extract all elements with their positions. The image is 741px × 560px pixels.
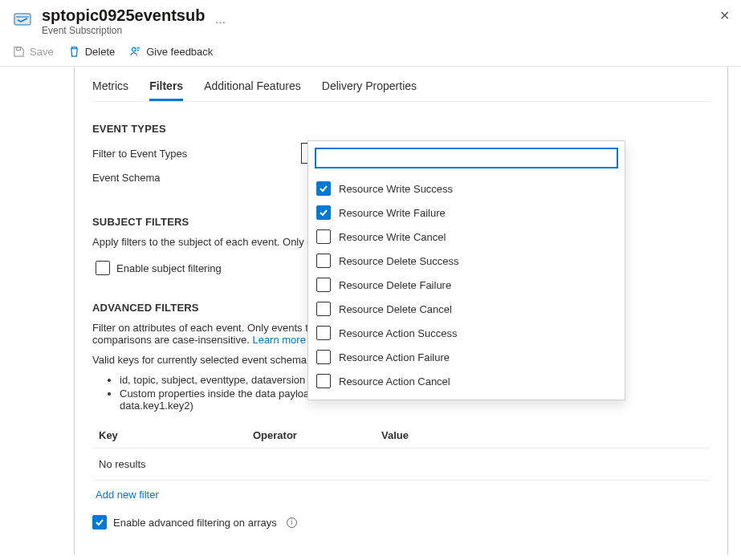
info-icon[interactable]: i [287, 517, 297, 528]
event-schema-label: Event Schema [92, 172, 301, 184]
checkbox-icon [316, 326, 331, 340]
event-type-option[interactable]: Resource Write Success [315, 177, 618, 201]
event-types-dropdown: Resource Write SuccessResource Write Fai… [307, 140, 625, 400]
event-type-option-label: Resource Write Success [339, 183, 453, 195]
svg-point-2 [132, 47, 136, 51]
event-type-option-label: Resource Write Cancel [339, 231, 446, 243]
event-types-heading: EVENT TYPES [92, 123, 710, 135]
tab-bar: Metrics Filters Additional Features Deli… [92, 67, 710, 102]
learn-more-link[interactable]: Learn more [252, 334, 305, 346]
save-label: Save [30, 46, 54, 58]
delete-label: Delete [85, 46, 116, 58]
command-bar: Save Delete Give feedback [0, 39, 741, 67]
event-type-option[interactable]: Resource Action Cancel [315, 369, 618, 393]
delete-button[interactable]: Delete [68, 46, 116, 58]
checkbox-icon [316, 374, 331, 388]
advanced-filters-table-header: Key Operator Value [92, 423, 710, 448]
feedback-icon [129, 46, 141, 58]
close-icon[interactable]: ✕ [719, 8, 730, 23]
event-type-option-label: Resource Delete Success [339, 255, 459, 267]
checkbox-icon [316, 254, 331, 268]
checkbox-icon [316, 205, 331, 220]
event-type-option-label: Resource Action Failure [339, 351, 450, 363]
feedback-label: Give feedback [146, 46, 213, 58]
svg-rect-1 [17, 47, 21, 51]
event-type-option[interactable]: Resource Write Failure [315, 201, 618, 225]
save-icon [13, 46, 25, 58]
enable-subject-filtering-checkbox[interactable]: Enable subject filtering [96, 261, 222, 275]
event-type-option-label: Resource Action Success [339, 327, 457, 339]
event-type-option[interactable]: Resource Delete Success [315, 249, 618, 273]
filter-to-event-types-label: Filter to Event Types [92, 148, 301, 160]
enable-advanced-filtering-arrays-checkbox[interactable]: Enable advanced filtering on arrays i [92, 515, 297, 530]
event-type-option[interactable]: Resource Action Success [315, 321, 618, 345]
event-type-option-label: Resource Action Cancel [339, 375, 450, 388]
column-value: Value [381, 429, 710, 441]
checkbox-icon [316, 350, 331, 364]
checkbox-icon [316, 302, 331, 316]
no-results-text: No results [92, 448, 710, 481]
checkbox-icon [316, 278, 331, 292]
save-button: Save [13, 46, 54, 58]
add-new-filter-link[interactable]: Add new filter [96, 489, 159, 501]
svg-rect-0 [14, 14, 31, 25]
event-type-option[interactable]: Resource Write Cancel [315, 225, 618, 249]
tab-additional-features[interactable]: Additional Features [204, 71, 301, 101]
feedback-button[interactable]: Give feedback [129, 46, 213, 58]
checkbox-icon [96, 261, 110, 275]
trash-icon [68, 46, 80, 58]
event-type-option[interactable]: Resource Action Failure [315, 345, 618, 369]
checkbox-icon [92, 515, 107, 530]
event-type-option-label: Resource Write Failure [339, 207, 446, 219]
more-menu-button[interactable]: … [214, 13, 226, 26]
tab-filters[interactable]: Filters [149, 71, 183, 101]
checkbox-icon [316, 181, 331, 196]
enable-advanced-filtering-arrays-label: Enable advanced filtering on arrays [113, 517, 277, 529]
event-type-option-label: Resource Delete Failure [339, 279, 451, 291]
column-operator: Operator [253, 429, 381, 441]
event-type-option[interactable]: Resource Delete Cancel [315, 297, 618, 321]
tab-metrics[interactable]: Metrics [92, 71, 128, 101]
page-subtitle: Event Subscription [42, 25, 728, 36]
column-key: Key [92, 429, 253, 441]
enable-subject-filtering-label: Enable subject filtering [116, 262, 222, 274]
checkbox-icon [316, 229, 331, 244]
event-type-option[interactable]: Resource Delete Failure [315, 273, 618, 297]
event-type-option-label: Resource Delete Cancel [339, 303, 452, 315]
tab-delivery-properties[interactable]: Delivery Properties [322, 71, 417, 101]
event-subscription-icon [13, 10, 32, 29]
page-title: sptopic0925eventsub [42, 6, 205, 25]
dropdown-search-input[interactable] [315, 148, 618, 168]
